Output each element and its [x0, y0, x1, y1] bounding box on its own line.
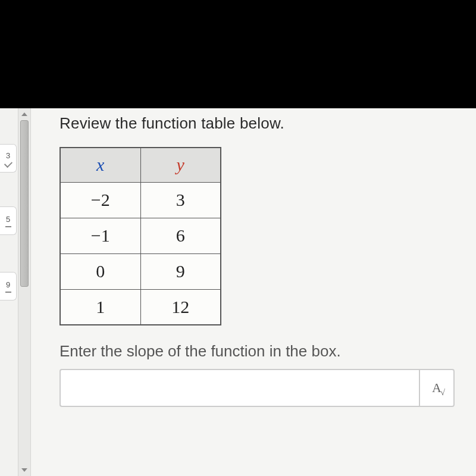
chevron-up-icon: [21, 112, 27, 116]
cell-x: −2: [60, 182, 140, 218]
question-nav-strip: 3 5 9: [0, 108, 18, 476]
answer-row: A √: [60, 369, 455, 407]
check-icon: [4, 159, 12, 167]
nav-number: 5: [6, 215, 10, 224]
nav-number: 9: [6, 280, 10, 289]
question-panel: Review the function table below. x y −2 …: [31, 108, 476, 476]
table-header-y: y: [140, 148, 221, 182]
question-nav-item[interactable]: 5: [0, 206, 17, 235]
table-row: −2 3: [60, 182, 221, 218]
answer-instruction: Enter the slope of the function in the b…: [60, 342, 455, 361]
table-row: 0 9: [60, 253, 221, 289]
table-row: −1 6: [60, 218, 221, 253]
cell-y: 12: [140, 289, 221, 325]
nav-number: 3: [6, 151, 10, 160]
radical-icon: √: [440, 388, 445, 397]
question-nav-item[interactable]: 9: [0, 272, 17, 300]
chevron-down-icon: [21, 468, 27, 472]
dash-icon: [5, 292, 11, 293]
content-area: 3 5 9 Review the function table below. x…: [0, 108, 476, 476]
scroll-up-button[interactable]: [18, 108, 30, 120]
scroll-down-button[interactable]: [18, 464, 30, 476]
dash-icon: [5, 226, 11, 227]
question-nav-item[interactable]: 3: [0, 144, 17, 173]
table-row: 1 12: [60, 289, 221, 325]
table-header-x: x: [60, 148, 140, 182]
answer-input[interactable]: [60, 369, 419, 407]
cell-y: 9: [140, 253, 221, 289]
math-editor-toggle[interactable]: A √: [419, 369, 455, 407]
scroll-thumb[interactable]: [20, 120, 29, 287]
cell-y: 6: [140, 218, 221, 253]
cell-y: 3: [140, 182, 221, 218]
function-table: x y −2 3 −1 6 0 9 1 12: [60, 147, 221, 325]
vertical-scrollbar[interactable]: [18, 108, 31, 476]
cell-x: 1: [60, 289, 140, 325]
cell-x: −1: [60, 218, 140, 253]
cell-x: 0: [60, 253, 140, 289]
question-prompt: Review the function table below.: [60, 114, 455, 133]
